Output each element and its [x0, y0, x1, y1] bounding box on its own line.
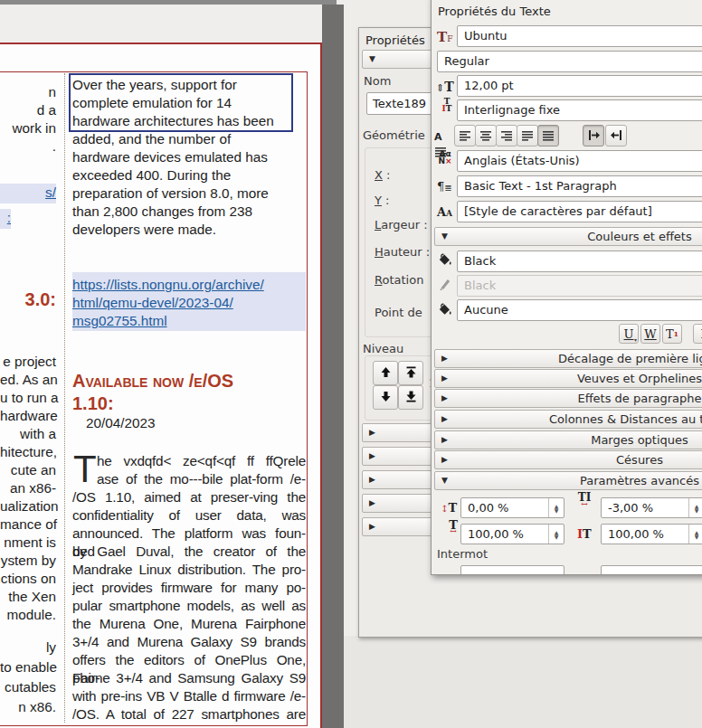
paint-bucket-icon [437, 302, 452, 320]
tracking-spinbox[interactable]: -3,00 % ▲▼ [601, 497, 702, 518]
stroke-color-icon [438, 277, 458, 295]
level-top-button[interactable] [398, 361, 423, 385]
language-select[interactable]: Anglais (États-Unis) [457, 150, 702, 172]
direction-ltr-button[interactable] [583, 125, 604, 147]
section-label: Veuves et Orphelines [577, 372, 702, 385]
direction-rtl-button[interactable] [605, 125, 627, 147]
scale-width-spinbox[interactable]: 100,00 % ▲▼ [460, 524, 564, 544]
section-hyphenation[interactable]: ▶Césures [434, 450, 702, 469]
text-line: nment is [0, 534, 56, 552]
column-guide [64, 73, 65, 723]
text-line: ed. As an [0, 371, 56, 389]
align-forced-button[interactable] [537, 125, 559, 147]
section-paragraph-effects[interactable]: ▶Effets de paragraphe [434, 389, 702, 408]
effect-button-cut[interactable]: I [693, 324, 702, 344]
text-line: announced. The platform was foun-ded [72, 525, 306, 543]
chevron-down-icon: ▼ [441, 228, 448, 245]
text-line: exceeded 400. During the [72, 166, 306, 184]
align-right-button[interactable] [496, 125, 517, 147]
align-justify-button[interactable] [517, 125, 538, 147]
text-line: ctions on [0, 570, 56, 588]
section-label: Couleurs et effets [587, 230, 691, 243]
chevron-right-icon: ▶ [369, 424, 375, 441]
paragraph-style-select[interactable]: Basic Text - 1st Paragraph [457, 175, 702, 197]
text-line: an x86- [0, 479, 56, 497]
text-line: . [0, 137, 56, 156]
baseline-offset-icon: ↕T [441, 498, 460, 516]
section-columns-distances[interactable]: ▶Colonnes & Distances au texte [434, 410, 702, 429]
text-line: work in [0, 119, 56, 137]
language-icon: Aα N× [435, 150, 455, 168]
subscript-button[interactable]: T1 [662, 324, 682, 344]
height-label: Hauteur : [375, 245, 430, 259]
qemu-link[interactable]: https://lists.nongnu.org/archive/html/qe… [72, 276, 306, 330]
underline-words-button[interactable]: W [640, 324, 660, 344]
text-line: module. [0, 606, 56, 624]
geometry-label: Géométrie [363, 128, 425, 142]
chevron-right-icon: ▶ [441, 431, 448, 449]
underline-button[interactable]: U▾ [619, 324, 639, 344]
width-label: Largeur : [375, 218, 428, 232]
spinner-arrows-icon[interactable]: ▲▼ [548, 498, 564, 517]
left-link-fragment[interactable]: s/ [0, 184, 56, 203]
spinner-arrows-icon[interactable]: ▲▼ [688, 525, 702, 544]
text-line: hardware devices emulated has [72, 148, 306, 166]
page-border-top [0, 43, 322, 44]
text-line: the Murena One, Murena Fairphone [72, 615, 306, 633]
text-line: /OS 1.10, aimed at preser-ving the [72, 488, 306, 506]
word-spacing-min-spinbox[interactable] [460, 565, 564, 575]
level-down-button[interactable] [373, 385, 398, 410]
character-style-icon: AA [437, 203, 457, 221]
section-optical-margins[interactable]: ▶Marges optiques [434, 430, 702, 449]
section-label: Marges optiques [591, 433, 688, 447]
text-line: to enable [0, 658, 56, 678]
chevron-right-icon: ▶ [441, 390, 448, 407]
text-properties-panel: Propriétés du Texte TF Ubuntu Regular ⇕T… [431, 0, 702, 575]
scale-height-icon: IT [577, 525, 597, 543]
text-line: https://lists.nongnu.org/archive/ [72, 276, 306, 294]
word-spacing-label: Intermot [437, 547, 488, 561]
text-line: confidentiality of user data, was [72, 506, 306, 525]
level-bottom-button[interactable] [398, 385, 423, 410]
text-line: cutables [0, 678, 56, 698]
pen-icon [438, 277, 452, 295]
text-line: with a [0, 425, 56, 443]
section-label: Paramètres avancés [580, 474, 699, 487]
text-line: ystem by [0, 552, 56, 570]
baseline-offset-spinbox[interactable]: 0,00 % ▲▼ [460, 497, 564, 518]
font-style-select[interactable]: Regular [437, 51, 702, 72]
align-center-button[interactable] [475, 125, 497, 147]
scribus-window: nd awork in. s/ : 3.0: e projected. As a… [0, 0, 702, 728]
chevron-right-icon: ▶ [369, 495, 375, 512]
chevron-down-icon: ▼ [369, 51, 375, 68]
spinner-arrows-icon[interactable]: ▲▼ [688, 498, 702, 517]
word-spacing-max-spinbox[interactable] [601, 565, 702, 575]
left-link-fragment[interactable]: : [0, 209, 11, 229]
font-family-select[interactable]: Ubuntu [457, 25, 702, 47]
line-spacing-select[interactable]: Interlignage fixe [457, 99, 702, 121]
text-line: preparation of version 8.0, more [72, 184, 306, 203]
character-style-select[interactable]: [Style de caractères par défaut] [457, 201, 702, 222]
section-orphans-widows[interactable]: ▶Veuves et Orphelines [434, 369, 702, 388]
section-colors-effects[interactable]: ▼ Couleurs et effets [434, 227, 702, 246]
fill-color-select[interactable]: Black [457, 251, 702, 272]
text-line: with pre-ins VB V Btalle d firmware /e- [72, 687, 306, 705]
font-size-spinbox[interactable]: 12,00 pt [457, 75, 702, 97]
text-line: offers the editors of OnePlus One, Fair- [72, 651, 306, 669]
align-left-button[interactable] [454, 125, 476, 147]
scale-height-spinbox[interactable]: 100,00 % ▲▼ [601, 524, 702, 544]
section-first-line-offset[interactable]: ▶Décalage de première ligne [434, 349, 702, 368]
rotation-label: Rotation [375, 273, 423, 287]
arrow-top-icon [405, 364, 417, 382]
section-label: Effets de paragraphe [577, 392, 701, 405]
left-column-body-fragments-2: lyto enablecutablesn x86. [0, 638, 56, 718]
text-selection-rect[interactable] [69, 73, 293, 132]
align-right-icon [500, 128, 513, 145]
spinner-arrows-icon[interactable]: ▲▼ [548, 525, 564, 544]
text-line: html/qemu-devel/2023-04/ [72, 294, 306, 312]
chevron-right-icon: ▶ [441, 451, 448, 468]
document-canvas[interactable]: nd awork in. s/ : 3.0: e projected. As a… [0, 0, 322, 728]
section-advanced-settings[interactable]: ▼Paramètres avancés [434, 471, 702, 490]
level-up-button[interactable] [373, 361, 398, 385]
background-color-select[interactable]: Aucune [457, 299, 702, 321]
